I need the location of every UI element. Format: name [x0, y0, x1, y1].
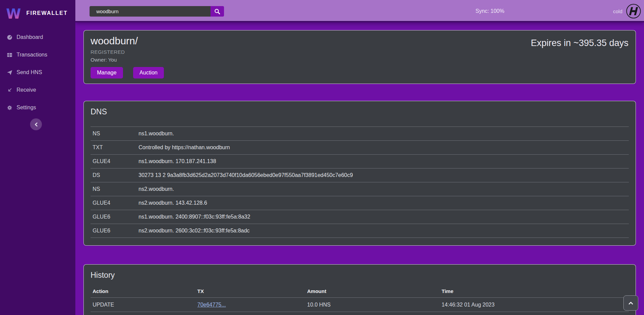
history-card-title: History: [91, 269, 629, 280]
sidebar-nav: Dashboard Transactions Send HNS Receive …: [0, 28, 75, 116]
dns-record-type: GLUE6: [91, 214, 139, 220]
dns-record-value: ns2.woodburn. 143.42.128.6: [139, 200, 207, 206]
sidebar-item-label: Settings: [17, 105, 36, 111]
search-button[interactable]: [210, 6, 224, 17]
svg-text:W: W: [6, 6, 21, 20]
search-box: [90, 6, 224, 17]
firewallet-logo-icon: W: [6, 6, 22, 20]
dns-record-type: NS: [91, 131, 139, 137]
dns-record-value: ns1.woodburn. 2400:8907::f03c:93ff:fe5a:…: [139, 214, 250, 220]
arrow-down-left-icon: [6, 87, 13, 93]
search-icon: [214, 8, 220, 15]
dns-record-row: NS ns2.woodburn.: [91, 182, 629, 196]
history-action: UPDATE: [91, 302, 197, 308]
dns-record-value: ns2.woodburn. 2600:3c02::f03c:93ff:fe5a:…: [139, 228, 250, 234]
dns-record-value: 30273 13 2 9a3a8fb3d625d2a2073d740f10da6…: [139, 172, 353, 178]
chevron-up-icon: [628, 301, 633, 305]
history-card: History Action TX Amount Time UPDATE 70e…: [83, 264, 636, 315]
history-col-amount: Amount: [307, 288, 442, 294]
dns-record-row: GLUE4 ns2.woodburn. 143.42.128.6: [91, 196, 629, 210]
history-header-row: Action TX Amount Time: [91, 285, 629, 297]
dns-record-row: DS 30273 13 2 9a3a8fb3d625d2a2073d740f10…: [91, 168, 629, 182]
gear-icon: [6, 105, 13, 111]
sidebar-collapse-button[interactable]: [30, 118, 42, 130]
topbar: Sync: 100% cold: [75, 0, 644, 22]
domain-owner: Owner: You: [91, 57, 629, 63]
dns-record-row: GLUE6 ns1.woodburn. 2400:8907::f03c:93ff…: [91, 210, 629, 224]
table-icon: [6, 52, 13, 58]
search-input[interactable]: [90, 6, 210, 17]
auction-button[interactable]: Auction: [133, 67, 164, 78]
domain-status: REGISTERED: [91, 49, 629, 55]
sidebar-item-label: Transactions: [17, 52, 47, 58]
wallet-status: cold: [613, 0, 641, 22]
history-col-time: Time: [442, 288, 629, 294]
sidebar-item-dashboard[interactable]: Dashboard: [0, 28, 75, 46]
history-col-tx: TX: [197, 288, 307, 294]
sidebar: W FIREWALLET Dashboard Transactions Send…: [0, 0, 75, 315]
dns-record-type: TXT: [91, 144, 139, 151]
tx-link[interactable]: 70e64775...: [197, 302, 226, 308]
domain-expiry: Expires in ~395.35 days: [531, 38, 628, 48]
gauge-icon: [6, 35, 13, 40]
dns-record-value: Controlled by https://nathan.woodburn: [139, 144, 230, 151]
dns-table: NS ns1.woodburn. TXT Controlled by https…: [91, 127, 629, 238]
manage-button[interactable]: Manage: [91, 67, 123, 78]
dns-record-value: ns2.woodburn.: [139, 186, 174, 192]
history-amount: 10.0 HNS: [307, 302, 442, 308]
domain-summary-card: woodburn/ REGISTERED Owner: You Manage A…: [83, 30, 636, 84]
scroll-to-top-button[interactable]: [623, 295, 638, 311]
wallet-mode-label: cold: [613, 8, 622, 14]
dns-record-type: GLUE4: [91, 200, 139, 206]
sidebar-item-label: Dashboard: [17, 34, 43, 40]
dns-record-type: GLUE4: [91, 158, 139, 164]
main-content: woodburn/ REGISTERED Owner: You Manage A…: [75, 24, 644, 315]
dns-record-row: TXT Controlled by https://nathan.woodbur…: [91, 141, 629, 155]
history-col-action: Action: [91, 288, 197, 294]
sidebar-item-transactions[interactable]: Transactions: [0, 46, 75, 64]
dns-card: DNS NS ns1.woodburn. TXT Controlled by h…: [83, 101, 636, 246]
dns-record-type: NS: [91, 186, 139, 192]
history-time: 14:46:32 01 Aug 2023: [442, 302, 629, 308]
history-table: Action TX Amount Time UPDATE 70e64775...…: [91, 285, 629, 315]
dns-record-row: NS ns1.woodburn.: [91, 127, 629, 141]
sidebar-item-receive[interactable]: Receive: [0, 81, 75, 99]
sync-status: Sync: 100%: [465, 0, 515, 22]
dns-record-type: DS: [91, 172, 139, 178]
sidebar-item-send-hns[interactable]: Send HNS: [0, 64, 75, 81]
history-row: UPDATE 70e64775... 10.0 HNS 14:46:32 01 …: [91, 297, 629, 312]
dns-record-value: ns1.woodburn.: [139, 131, 174, 137]
dns-record-row: GLUE4 ns1.woodburn. 170.187.241.138: [91, 155, 629, 168]
dns-card-title: DNS: [91, 106, 629, 116]
brand: W FIREWALLET: [0, 0, 75, 22]
paper-plane-icon: [6, 70, 13, 75]
sidebar-item-label: Receive: [17, 87, 36, 93]
brand-name: FIREWALLET: [26, 10, 68, 16]
dns-record-value: ns1.woodburn. 170.187.241.138: [139, 158, 216, 164]
dns-record-row: GLUE6 ns2.woodburn. 2600:3c02::f03c:93ff…: [91, 224, 629, 238]
handshake-logo-icon[interactable]: [626, 3, 641, 19]
sidebar-item-label: Send HNS: [17, 69, 42, 75]
sidebar-item-settings[interactable]: Settings: [0, 99, 75, 116]
chevron-left-icon: [34, 122, 38, 127]
dns-record-type: GLUE6: [91, 228, 139, 234]
history-row: RENEW d78c5c... 10.0 HNS 15:47:36 07 Feb…: [91, 312, 629, 315]
